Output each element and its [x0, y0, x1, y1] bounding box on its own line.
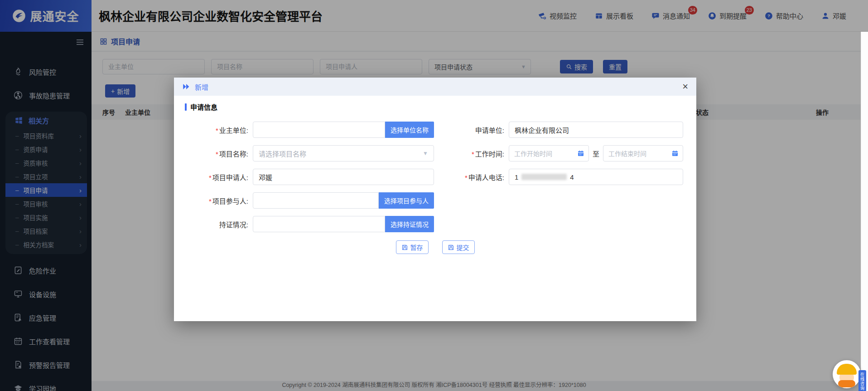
- modal-title: 新增: [195, 82, 208, 92]
- phone-prefix: 1: [515, 173, 518, 181]
- phone-field: 1 4: [509, 169, 683, 185]
- work-end-placeholder: 工作结束时间: [608, 149, 646, 158]
- online-consult-tag[interactable]: 在线咨询: [858, 370, 866, 391]
- calendar-icon: [671, 150, 679, 157]
- participants-field: 选择项目参与人: [253, 192, 434, 209]
- apply-unit-input[interactable]: [509, 122, 683, 138]
- modal-body: 申请信息 *业主单位: 选择单位名称 申请单位: *项目名称: 请选择项目名称 …: [174, 96, 696, 254]
- double-chevron-icon: [182, 83, 190, 91]
- applicant-input[interactable]: [253, 169, 434, 185]
- floppy-icon: [401, 244, 408, 251]
- apply-unit-label: 申请单位:: [457, 125, 509, 135]
- owner-unit-field: 选择单位名称: [253, 122, 434, 138]
- add-modal: 新增 × 申请信息 *业主单位: 选择单位名称 申请单位: *项目名称: 请选择…: [174, 78, 696, 321]
- participants-input[interactable]: [253, 192, 379, 209]
- cert-label: 持证情况:: [185, 220, 253, 229]
- required-mark: *: [209, 197, 212, 205]
- required-mark: *: [472, 150, 474, 158]
- project-name-field: 请选择项目名称 ▼: [253, 145, 434, 161]
- chevron-down-icon: ▼: [423, 150, 428, 156]
- floppy-icon: [448, 244, 454, 251]
- owner-unit-input[interactable]: [253, 122, 385, 138]
- select-participants-button[interactable]: 选择项目参与人: [379, 192, 434, 209]
- work-start-placeholder: 工作开始时间: [514, 149, 552, 158]
- calendar-icon: [577, 150, 584, 157]
- save-draft-button[interactable]: 暂存: [396, 240, 429, 254]
- close-icon[interactable]: ×: [682, 82, 688, 92]
- phone-suffix: 4: [570, 173, 574, 181]
- project-name-label: *项目名称:: [185, 149, 253, 158]
- submit-button[interactable]: 提交: [442, 240, 475, 254]
- work-end-datepicker[interactable]: 工作结束时间: [603, 145, 683, 161]
- submit-label: 提交: [457, 243, 469, 252]
- applicant-field: [253, 169, 434, 185]
- project-name-select[interactable]: 请选择项目名称 ▼: [253, 145, 434, 161]
- redacted-block: [521, 174, 567, 180]
- select-owner-unit-button[interactable]: 选择单位名称: [385, 122, 434, 138]
- phone-input[interactable]: 1 4: [509, 169, 683, 185]
- work-time-label: *工作时间:: [457, 149, 509, 158]
- application-form: *业主单位: 选择单位名称 申请单位: *项目名称: 请选择项目名称 ▼ *工作…: [185, 122, 685, 232]
- section-title-row: 申请信息: [185, 102, 685, 112]
- section-title: 申请信息: [190, 102, 217, 112]
- required-mark: *: [216, 127, 218, 134]
- phone-label: *申请人电话:: [457, 172, 509, 182]
- modal-buttons: 暂存 提交: [185, 240, 685, 254]
- select-cert-button[interactable]: 选择持证情况: [385, 216, 434, 232]
- cert-input[interactable]: [253, 216, 385, 232]
- work-start-datepicker[interactable]: 工作开始时间: [509, 145, 589, 161]
- apply-unit-field: [509, 122, 683, 138]
- applicant-label: *项目申请人:: [185, 172, 253, 182]
- to-label: 至: [593, 149, 599, 158]
- cert-field: 选择持证情况: [253, 216, 434, 232]
- modal-header: 新增 ×: [174, 78, 696, 96]
- participants-label: *项目参与人:: [185, 196, 253, 205]
- work-time-field: 工作开始时间 至 工作结束时间: [509, 145, 683, 161]
- scrollbar-track[interactable]: [861, 32, 868, 391]
- customer-service-avatar-icon: [833, 360, 861, 388]
- project-name-placeholder: 请选择项目名称: [259, 149, 306, 158]
- required-mark: *: [465, 174, 468, 181]
- save-draft-label: 暂存: [410, 243, 423, 252]
- section-bar: [185, 103, 187, 111]
- owner-unit-label: *业主单位:: [185, 125, 253, 135]
- customer-service-widget[interactable]: 在线咨询: [833, 360, 866, 391]
- required-mark: *: [216, 150, 218, 158]
- required-mark: *: [209, 174, 212, 181]
